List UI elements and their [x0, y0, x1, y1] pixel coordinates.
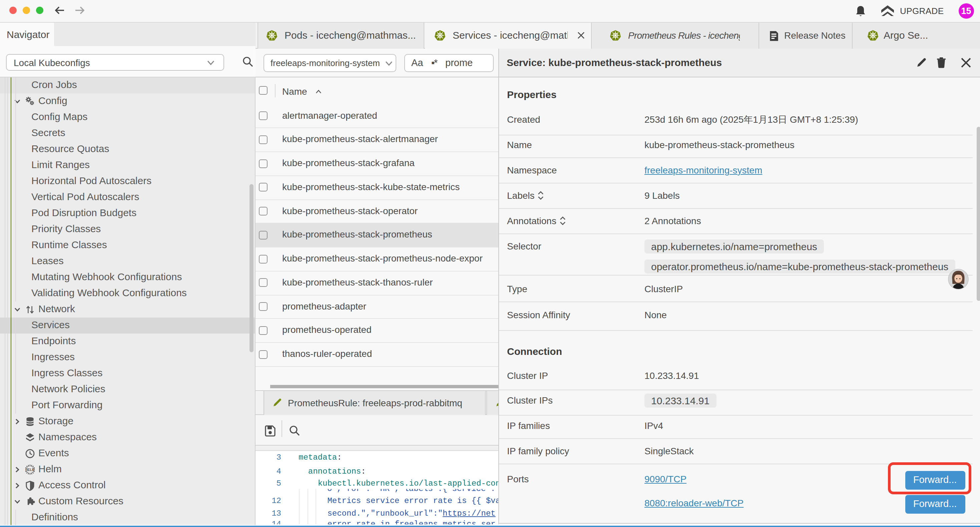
svg-text:HELM: HELM — [25, 468, 35, 471]
